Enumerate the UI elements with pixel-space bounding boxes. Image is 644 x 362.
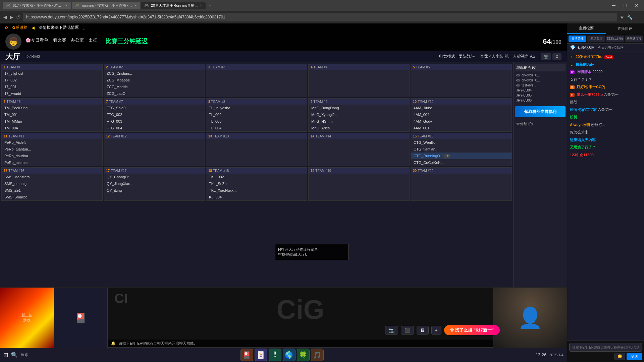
stream-ctrl-3[interactable]: 🖥	[417, 326, 429, 335]
bookmark-button[interactable]: ★	[620, 14, 624, 20]
chat-msg-5: 红 暴风十里7085io 六鱼第一	[569, 91, 643, 98]
tab-3-close[interactable]: ✕	[200, 4, 202, 7]
team-16-p3: SMS_Ze1	[2, 187, 102, 194]
camera-btn[interactable]: 📷	[541, 53, 551, 60]
refresh-button[interactable]: ↺	[16, 14, 20, 20]
sidebar-tab-live[interactable]: 直播间评	[606, 23, 644, 34]
stream-header: 👦 🌸今日看单 看比赛 办公室 出征 比赛三分钟延迟 64/100	[0, 32, 567, 51]
team-11-p3: PeRo_doudou	[2, 153, 102, 159]
tab-2-close[interactable]: ✕	[134, 4, 137, 7]
tab-3-label: 20岁天才富手Running直播...	[151, 3, 198, 8]
fan-benefit-btn[interactable]: 领取粉丝专属福利	[515, 106, 566, 117]
team-16-p2: SMS_emopig	[2, 180, 102, 187]
tooltip-line1: f4打开大厅动作流程菜单	[278, 247, 346, 252]
tab-3[interactable]: 🎮 20岁天才富手Running直播... ✕	[141, 2, 206, 9]
close-button[interactable]: ✕	[632, 2, 641, 9]
team-block-19: 19TEAM #19	[308, 167, 410, 201]
lobby-id: DZBM3	[25, 54, 40, 59]
team-15-p2: CTG_tiantian...	[411, 146, 512, 153]
chat-input[interactable]	[569, 343, 642, 352]
emote-3[interactable]: 🎖	[269, 349, 281, 361]
chat-user-13: 123中止11399	[570, 153, 594, 157]
maximize-button[interactable]: □	[621, 2, 630, 9]
spectator-item-3: es_test-dyz...	[515, 83, 566, 88]
notif-scroll-icon: ◀	[32, 25, 35, 30]
spectator-item-2: es_cn-dydz_0...	[515, 78, 566, 83]
chat-msg-4: 橙 好好吃 来一CC的	[569, 83, 643, 90]
team-18-p1: TKL_002	[206, 174, 307, 180]
team-10-p1: 4AM_1lubo	[411, 105, 512, 111]
stream-ctrl-2[interactable]: ⬛	[401, 326, 414, 335]
header-link-3[interactable]: 办公室	[71, 37, 84, 45]
emote-2[interactable]: 🃏	[255, 349, 267, 361]
tab-1[interactable]: 🎮 617 · 搜索戏 · 斗鱼直播 · 游戏... ✕	[3, 2, 71, 9]
minimize-button[interactable]: ─	[609, 2, 619, 9]
extensions-button[interactable]: 🔧	[627, 14, 633, 20]
team-6-p2: TM_001	[2, 111, 102, 118]
header-link-1[interactable]: 🌸今日看单	[25, 37, 48, 45]
chat-user-11: 这里结入天内容	[570, 138, 596, 142]
new-tab-button[interactable]: +	[206, 2, 213, 8]
team-1-p4: 17_xwudd	[2, 90, 102, 97]
stream-ctrl-plus[interactable]: +	[431, 326, 441, 335]
team-15-p3: CTG_RunningO...👁	[411, 153, 512, 159]
ci-overlay: CI	[114, 291, 128, 306]
search-icon[interactable]: 🔍	[11, 352, 18, 358]
chat-user-4-badge: 橙	[570, 85, 575, 89]
tab-1-close[interactable]: ✕	[65, 4, 68, 7]
team-10-header: 10TEAM #10	[411, 99, 512, 105]
online-count-display: 64/100	[543, 37, 561, 46]
team-block-2: 2TEAM #2 ZCG_Cristian... ZCG_Mbappe ZCG_…	[104, 64, 205, 97]
chat-emoji-btn[interactable]: 😊	[614, 353, 625, 360]
chat-msg-2: 2 最新的July	[569, 61, 643, 68]
team-block-11: 11TEAM #11 PeRo_Aixleft PeRo_tuantua... …	[1, 133, 103, 166]
sidebar-top-tabs: 主播投票 直播间评	[567, 23, 644, 34]
team-13-header: 13TEAM #13	[206, 133, 307, 139]
forward-button[interactable]: ▶	[10, 14, 13, 20]
header-link-2[interactable]: 看比赛	[53, 37, 66, 45]
team-block-1: 1TEAM #1 17_Lilghost 17_002 17_001 17_xw…	[1, 64, 103, 97]
tooltip-box: f4打开大厅动作流程菜单 空格键/隐藏大厅UI	[275, 244, 349, 260]
back-button[interactable]: ◀	[3, 14, 7, 20]
stream-ctrl-1[interactable]: 📷	[385, 326, 398, 335]
tab-3-favicon: 🎮	[144, 3, 149, 8]
emote-4[interactable]: 🌎	[283, 349, 296, 361]
emote-6[interactable]: 🎵	[311, 349, 324, 361]
section-tab-3[interactable]: 回复(1,175)	[606, 36, 624, 42]
section-tab-4[interactable]: 粉丝达(27)	[625, 36, 643, 42]
taskbar-label: 搜索	[20, 352, 29, 358]
team-10-p3: 4AM_Godv	[411, 118, 512, 125]
chat-user-3: 照明清水	[577, 70, 591, 74]
chat-send-btn[interactable]: 发送	[627, 353, 642, 360]
tab-2-favicon: 🎮	[75, 3, 80, 8]
team-18-header: 18TEAM #18	[206, 168, 307, 174]
spectator-item-5: JRY-CB05	[515, 93, 566, 98]
menu-button[interactable]: ⋮	[635, 14, 641, 20]
fan-badge-sub: 今日共有7位钻粉	[598, 45, 624, 50]
thumb-1[interactable]: 新上架游戏	[0, 288, 54, 348]
delay-badge: 比赛三分钟延迟	[105, 37, 148, 45]
chat-user-4: 好好吃 来一CC的	[577, 85, 605, 89]
notif-label: ✿感谢榜	[12, 25, 28, 31]
team-17-p3: QY_iLing-	[104, 187, 205, 194]
section-tab-2[interactable]: 周活关注	[587, 36, 605, 42]
section-tabs: 日活关注 周活关注 回复(1,175) 粉丝达(27)	[567, 34, 644, 44]
windows-icon[interactable]: ⊞	[3, 351, 8, 359]
emote-5[interactable]: 🍀	[297, 349, 310, 361]
section-tab-1[interactable]: 日活关注	[569, 36, 586, 42]
url-input[interactable]	[23, 13, 617, 21]
unassigned-label: 未分配 (0)	[515, 120, 566, 128]
chat-user-5: 暴风十里7085io	[577, 93, 603, 97]
settings-btn[interactable]: ⚙	[552, 53, 561, 60]
tab-2[interactable]: 🎮 running · 搜索戏 · 斗鱼直播 · 游... ✕	[72, 2, 140, 9]
thumb-2[interactable]: 🎴	[54, 288, 107, 348]
send-gift-bar-btn[interactable]: ✿ 找了么搜 "617新一"	[444, 325, 500, 335]
team-2-p3: ZCG_Modric	[104, 83, 205, 90]
team-10-p2: 4AM_004	[411, 111, 512, 118]
team-18-p3: TKL_XiaoHuxx...	[206, 187, 307, 194]
chat-msg-3b: 女行了？？？	[569, 76, 643, 83]
sidebar-tab-host[interactable]: 主播投票	[567, 23, 606, 34]
team-11-p2: PeRo_tuantua...	[2, 146, 102, 153]
emote-1[interactable]: 🎴	[240, 349, 253, 361]
header-link-4[interactable]: 出征	[89, 37, 97, 45]
